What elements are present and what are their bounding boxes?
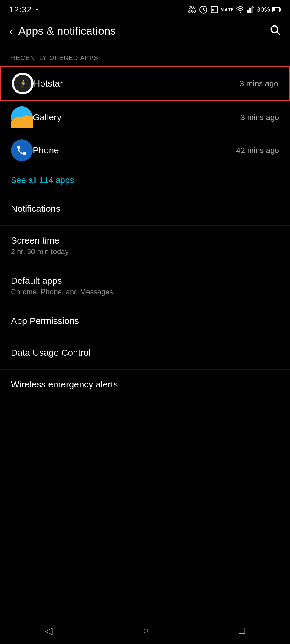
svg-point-3 bbox=[240, 12, 241, 13]
svg-rect-4 bbox=[247, 10, 249, 13]
app-item-hotstar[interactable]: Hotstar 3 mins ago bbox=[0, 66, 290, 101]
svg-point-11 bbox=[271, 26, 278, 33]
gallery-app-icon bbox=[11, 106, 33, 128]
menu-item-screen-time[interactable]: Screen time 2 hr, 50 min today bbox=[0, 226, 290, 266]
status-time: 12:32 bbox=[9, 5, 32, 15]
phone-app-icon bbox=[11, 139, 33, 161]
menu-item-data-usage[interactable]: Data Usage Control bbox=[0, 338, 290, 369]
phone-app-name: Phone bbox=[33, 145, 236, 155]
status-bar: 12:32 • 000KB/S N VoLTE 3 bbox=[0, 0, 290, 18]
wireless-alerts-title: Wireless emergency alerts bbox=[11, 379, 279, 390]
recently-opened-section-label: RECENTLY OPENED APPS bbox=[0, 43, 290, 66]
bottom-nav: ◁ ○ □ bbox=[0, 617, 290, 644]
gallery-logo bbox=[11, 106, 33, 128]
page-title: Apps & notifications bbox=[18, 25, 116, 38]
status-right: 000KB/S N VoLTE 30% bbox=[188, 5, 281, 14]
screen-time-title: Screen time bbox=[11, 235, 279, 246]
menu-item-wireless-alerts[interactable]: Wireless emergency alerts bbox=[0, 370, 290, 401]
default-apps-title: Default apps bbox=[11, 276, 279, 286]
nav-recent-button[interactable]: □ bbox=[227, 622, 257, 639]
phone-logo bbox=[16, 144, 28, 156]
notifications-title: Notifications bbox=[11, 204, 279, 214]
see-all-apps-link[interactable]: See all 114 apps bbox=[0, 167, 290, 194]
menu-item-app-permissions[interactable]: App Permissions bbox=[0, 306, 290, 338]
app-permissions-title: App Permissions bbox=[11, 316, 279, 326]
menu-item-default-apps[interactable]: Default apps Chrome, Phone, and Messages bbox=[0, 266, 290, 306]
top-bar: ‹ Apps & notifications bbox=[0, 18, 290, 43]
search-icon bbox=[269, 24, 281, 36]
battery-icon bbox=[272, 7, 281, 13]
hotstar-app-icon bbox=[12, 73, 34, 94]
status-dot: • bbox=[36, 7, 38, 13]
nfc-icon: N bbox=[210, 5, 219, 14]
bottom-spacer bbox=[0, 401, 290, 431]
phone-app-time: 42 mins ago bbox=[236, 146, 279, 155]
hotstar-app-name: Hotstar bbox=[34, 78, 240, 89]
kb-indicator: 000KB/S bbox=[188, 5, 197, 14]
back-button[interactable]: ‹ bbox=[9, 26, 12, 37]
battery-percentage: 30% bbox=[257, 6, 270, 14]
status-left: 12:32 • bbox=[9, 5, 38, 15]
gallery-app-time: 3 mins ago bbox=[241, 113, 279, 122]
screen-time-subtitle: 2 hr, 50 min today bbox=[11, 247, 279, 256]
svg-text:N: N bbox=[212, 8, 214, 12]
nav-home-button[interactable]: ○ bbox=[131, 622, 161, 639]
wifi-icon bbox=[236, 6, 245, 13]
volte-icon: VoLTE bbox=[221, 7, 234, 12]
signal-icon bbox=[247, 6, 254, 13]
svg-rect-6 bbox=[251, 7, 253, 13]
hotstar-app-time: 3 mins ago bbox=[240, 79, 278, 88]
svg-marker-13 bbox=[21, 79, 25, 88]
svg-rect-9 bbox=[280, 8, 281, 11]
nav-back-button[interactable]: ◁ bbox=[33, 622, 65, 639]
hotstar-logo bbox=[17, 78, 28, 89]
app-item-gallery[interactable]: Gallery 3 mins ago bbox=[0, 101, 290, 134]
menu-item-notifications[interactable]: Notifications bbox=[0, 194, 290, 225]
clock-icon bbox=[199, 5, 208, 14]
app-item-phone[interactable]: Phone 42 mins ago bbox=[0, 134, 290, 167]
svg-rect-5 bbox=[249, 8, 251, 13]
data-usage-title: Data Usage Control bbox=[11, 348, 279, 358]
svg-line-12 bbox=[277, 32, 280, 34]
top-bar-left: ‹ Apps & notifications bbox=[9, 25, 116, 38]
svg-rect-10 bbox=[273, 8, 275, 11]
default-apps-subtitle: Chrome, Phone, and Messages bbox=[11, 288, 279, 296]
search-button[interactable] bbox=[269, 24, 281, 38]
gallery-app-name: Gallery bbox=[33, 112, 241, 123]
